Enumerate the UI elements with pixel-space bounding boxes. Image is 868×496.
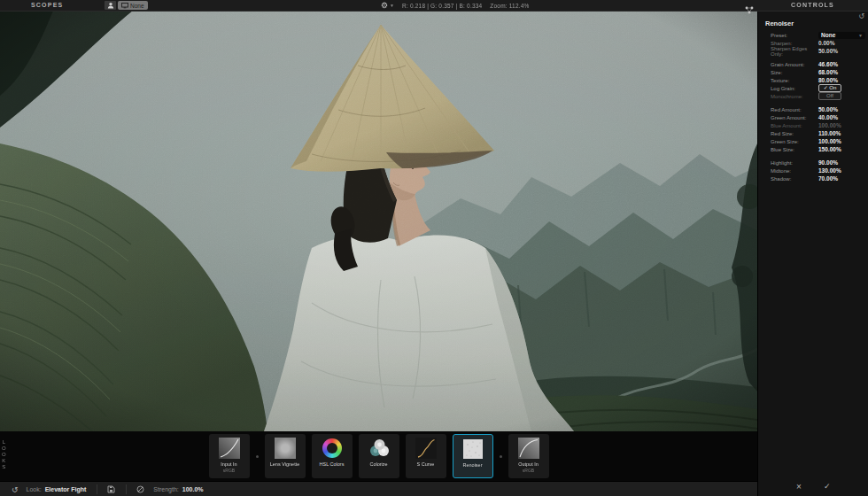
viewer-settings-button[interactable]: ⚙ ▼ (381, 1, 394, 10)
person-icon (107, 2, 114, 9)
control-label: Sharpen Edges Only: (771, 46, 818, 57)
control-value[interactable]: 150.00% (818, 146, 841, 152)
node-graph-icon[interactable] (745, 2, 754, 18)
divider (126, 484, 127, 494)
zoom-readout: Zoom: 112.4% (490, 3, 529, 9)
controls-rows: Preset:None▼Sharpen:0.00%Sharpen Edges O… (758, 26, 868, 182)
viewer-transform-button[interactable]: None (118, 1, 148, 10)
control-value[interactable]: 68.00% (818, 69, 838, 75)
node-strip-items: Input InsRGBLens VignetteHSL ColorsColor… (0, 431, 757, 481)
save-icon (107, 485, 115, 493)
confirm-button[interactable]: ✓ (824, 482, 831, 491)
control-row-highlight: Highlight:90.00% (771, 159, 865, 167)
log-curve-icon (518, 438, 539, 459)
control-row-shadow: Shadow:70.00% (771, 174, 865, 182)
preset-value: None (821, 32, 835, 38)
node-label: Output In (518, 461, 539, 467)
control-label: Texture: (771, 78, 818, 83)
user-button[interactable] (105, 1, 116, 10)
controls-panel: Renoiser ↺ Preset:None▼Sharpen:0.00%Shar… (757, 11, 868, 496)
scopes-label: SCOPES (31, 2, 63, 8)
chevron-down-icon: ▼ (390, 3, 394, 8)
undo-icon[interactable]: ↺ (12, 485, 19, 494)
app-window: SCOPES None ⚙ ▼ R: 0.218 | G: 0.357 | B:… (0, 0, 868, 496)
control-label: Log Grain: (771, 86, 818, 91)
reset-icon[interactable]: ↺ (858, 12, 864, 20)
chevron-down-icon: ▼ (858, 33, 863, 38)
control-row-grain-amount: Grain Amount:46.60% (771, 60, 865, 68)
control-value[interactable]: 100.00% (818, 138, 841, 144)
colorize-icon (368, 438, 390, 459)
bypass-button[interactable] (136, 485, 144, 493)
control-value[interactable]: 80.00% (818, 77, 838, 83)
toggle-log-grain[interactable]: ✓ On (818, 84, 841, 93)
control-row-monochrome: Monochrome:Off (771, 92, 865, 100)
node-label: Colorize (369, 461, 387, 467)
node-lens-vignette[interactable]: Lens Vignette (265, 434, 306, 478)
control-label: Red Size: (771, 131, 818, 136)
control-label: Highlight: (771, 160, 818, 166)
tool-title: Renoiser (765, 19, 794, 27)
control-value[interactable]: 0.00% (818, 40, 834, 46)
node-s-curve[interactable]: S Curve (406, 434, 446, 478)
node-label: Input In (221, 461, 236, 467)
node-colorize[interactable]: Colorize (359, 434, 399, 478)
control-value[interactable]: 46.60% (818, 61, 838, 67)
node-label: Renoiser (462, 462, 482, 468)
control-label: Midtone: (771, 168, 818, 174)
control-value[interactable]: 90.00% (818, 159, 838, 166)
control-value[interactable]: 40.00% (818, 114, 838, 120)
look-label: Look: (27, 486, 42, 492)
control-label: Preset: (771, 33, 818, 38)
node-connector-dot (500, 455, 502, 458)
gear-icon: ⚙ (381, 1, 388, 10)
look-name: Elevator Fight (45, 486, 87, 492)
bypass-icon (136, 485, 144, 493)
control-row-midtone: Midtone:130.00% (771, 167, 865, 174)
node-input-in[interactable]: Input InsRGB (209, 434, 250, 478)
control-value[interactable]: 110.00% (818, 130, 841, 136)
viewer-transform-value: None (130, 3, 144, 9)
image-viewer[interactable] (0, 11, 757, 431)
control-row-sharpen-edges-only: Sharpen Edges Only:50.00% (771, 47, 865, 55)
control-label: Blue Size: (771, 147, 818, 152)
control-label: Shadow: (771, 176, 818, 182)
log-curve-icon (219, 438, 240, 459)
s-curve-icon (415, 438, 437, 459)
node-strip: L O O K S Input InsRGBLens VignetteHSL C… (0, 431, 757, 481)
control-value[interactable]: 100.00% (818, 122, 841, 128)
node-sublabel: sRGB (523, 468, 534, 473)
control-value[interactable]: 50.00% (818, 48, 838, 54)
strength-label: Strength: (153, 486, 178, 492)
control-label: Size: (771, 70, 818, 75)
divider (97, 484, 97, 494)
look-footer: ↺ Look: Elevator Fight Strength: 100.0% (0, 481, 757, 496)
node-label: Lens Vignette (270, 461, 300, 467)
toggle-monochrome[interactable]: Off (818, 92, 841, 101)
control-row-texture: Texture:80.00% (771, 76, 865, 84)
control-row-red-amount: Red Amount:50.00% (771, 105, 865, 113)
node-label: HSL Colors (320, 461, 345, 467)
noise-icon (462, 438, 484, 460)
control-value[interactable]: 130.00% (818, 167, 841, 174)
control-value[interactable]: 50.00% (818, 106, 838, 112)
control-row-blue-amount: Blue Amount:100.00% (771, 121, 865, 129)
vignette-icon (275, 438, 296, 459)
node-renoiser[interactable]: Renoiser (453, 434, 493, 478)
control-row-green-amount: Green Amount:40.00% (771, 113, 865, 121)
strength-value[interactable]: 100.0% (182, 486, 204, 492)
cancel-button[interactable]: × (796, 482, 802, 492)
node-output-in[interactable]: Output InsRGB (508, 434, 549, 478)
monitor-icon (121, 3, 128, 9)
photo-artwork (0, 11, 757, 431)
panel-actions: × ✓ (758, 482, 868, 494)
node-hsl-colors[interactable]: HSL Colors (312, 434, 353, 478)
control-row-preset: Preset:None▼ (771, 31, 865, 39)
preset-dropdown[interactable]: None▼ (818, 32, 865, 39)
control-label: Green Size: (771, 139, 818, 144)
control-value[interactable]: 70.00% (818, 175, 838, 182)
save-button[interactable] (107, 485, 115, 493)
control-label: Grain Amount: (771, 62, 818, 67)
control-label: Blue Amount: (771, 123, 818, 128)
node-sublabel: sRGB (223, 468, 235, 473)
